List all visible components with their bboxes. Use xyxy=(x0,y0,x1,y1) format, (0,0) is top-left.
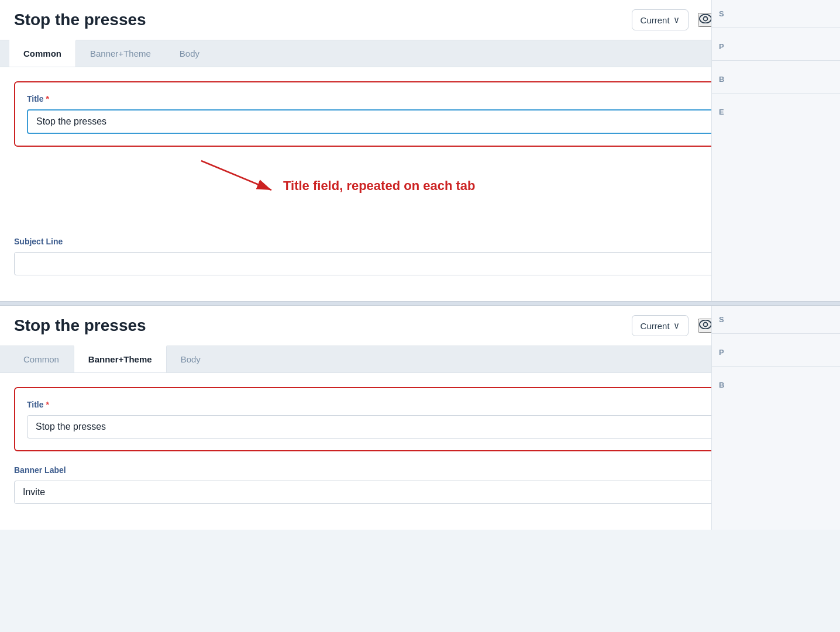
right-sidebar-1: S P B E xyxy=(711,0,840,301)
panel-1: Stop the presses Current ∨ Live Preview xyxy=(0,0,840,301)
banner-label-section: Banner Label xyxy=(14,465,826,504)
tab-body-label-2: Body xyxy=(181,354,201,364)
panel-1-main-area: Stop the presses Current ∨ Live Preview xyxy=(0,0,840,301)
sidebar-label-p2: P xyxy=(712,339,840,361)
annotation-arrow-svg xyxy=(166,132,470,208)
annotation-text: Title field, repeated on each tab xyxy=(283,178,475,194)
sidebar-divider-4 xyxy=(712,333,840,334)
sidebar-divider-3 xyxy=(712,93,840,94)
title-input-2[interactable] xyxy=(27,415,813,438)
title-input-1[interactable] xyxy=(27,109,813,134)
subject-line-input-1[interactable] xyxy=(14,252,826,275)
svg-line-3 xyxy=(201,161,271,190)
right-sidebar-2: S P B xyxy=(711,306,840,530)
chevron-down-icon-1: ∨ xyxy=(673,15,680,25)
sidebar-divider-5 xyxy=(712,366,840,367)
tab-body-label-1: Body xyxy=(180,49,199,58)
sidebar-label-b2: B xyxy=(712,371,840,394)
tab-banner-theme-label-2: Banner+Theme xyxy=(88,354,152,364)
eye-icon-1 xyxy=(699,14,712,26)
tab-body-1[interactable]: Body xyxy=(166,40,214,67)
sidebar-label-s: S xyxy=(712,0,840,23)
sidebar-divider-1 xyxy=(712,27,840,28)
sidebar-label-s2: S xyxy=(712,306,840,329)
tab-banner-theme-label-1: Banner+Theme xyxy=(90,49,151,58)
title-required-star-1: * xyxy=(46,94,49,103)
tab-body-2[interactable]: Body xyxy=(167,346,215,372)
page-title-1: Stop the presses xyxy=(14,11,622,29)
version-label-2: Current xyxy=(641,321,670,331)
panel-2-main-area: Stop the presses Current ∨ Live Preview xyxy=(0,306,840,530)
svg-point-5 xyxy=(703,323,707,327)
tab-banner-theme-2[interactable]: Banner+Theme xyxy=(74,346,167,372)
sidebar-divider-2 xyxy=(712,60,840,61)
tab-common-1[interactable]: Common xyxy=(9,40,76,67)
version-dropdown-1[interactable]: Current ∨ xyxy=(632,9,688,30)
subject-line-section-1: Subject Line xyxy=(14,237,826,275)
tab-common-label-2: Common xyxy=(23,354,59,364)
title-field-label-2: Title * xyxy=(27,400,813,409)
tab-banner-theme-1[interactable]: Banner+Theme xyxy=(76,40,166,67)
version-label-1: Current xyxy=(641,15,670,25)
title-section-highlighted-2: Title * xyxy=(14,387,826,451)
panel-divider xyxy=(0,301,840,306)
tab-common-2[interactable]: Common xyxy=(9,346,74,372)
svg-point-0 xyxy=(700,15,711,23)
version-dropdown-2[interactable]: Current ∨ xyxy=(632,315,688,336)
tab-common-label-1: Common xyxy=(23,49,61,58)
chevron-down-icon-2: ∨ xyxy=(673,320,680,331)
subject-line-label-1: Subject Line xyxy=(14,237,826,246)
banner-label-label: Banner Label xyxy=(14,465,826,475)
sidebar-label-b: B xyxy=(712,65,840,88)
eye-icon-2 xyxy=(699,320,712,331)
sidebar-label-p: P xyxy=(712,33,840,56)
title-required-star-2: * xyxy=(46,400,49,409)
panel-2: Stop the presses Current ∨ Live Preview xyxy=(0,306,840,530)
sidebar-label-e: E xyxy=(712,98,840,121)
annotation-container: Title field, repeated on each tab xyxy=(14,161,826,237)
svg-point-1 xyxy=(703,17,707,21)
banner-label-input[interactable] xyxy=(14,481,826,504)
svg-point-4 xyxy=(700,320,711,329)
title-field-label-1: Title * xyxy=(27,94,813,103)
page-title-2: Stop the presses xyxy=(14,316,622,335)
